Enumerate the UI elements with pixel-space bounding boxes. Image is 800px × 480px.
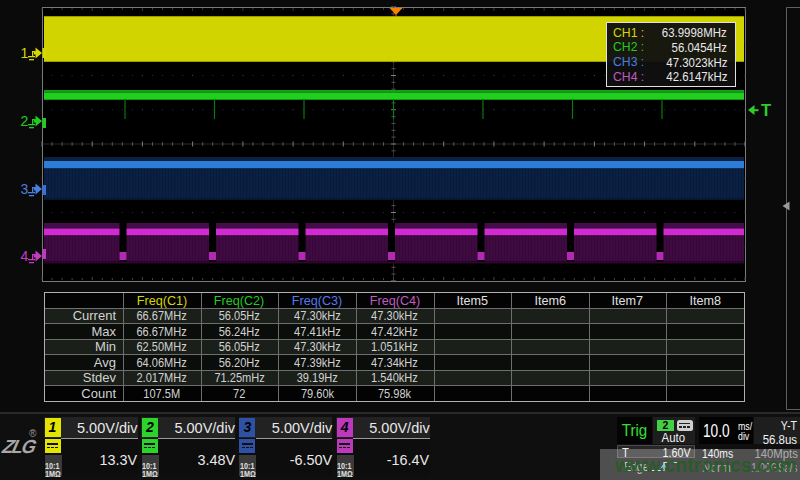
svg-text:2: 2	[21, 113, 29, 129]
svg-text:3: 3	[21, 181, 29, 197]
svg-text:1: 1	[21, 45, 29, 61]
svg-text:4: 4	[21, 248, 29, 264]
